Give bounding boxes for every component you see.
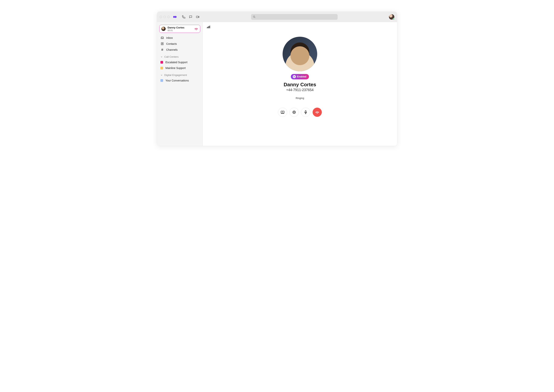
- svg-point-7: [293, 112, 295, 113]
- record-icon: [292, 110, 296, 114]
- sidebar: Danny Cortes 06:01 Inbox Contacts: [157, 22, 203, 146]
- close-window-dot[interactable]: [160, 16, 162, 18]
- digital-engagement-your-conversations[interactable]: Your Conversations: [157, 78, 202, 83]
- section-title: Digital Engagement: [164, 74, 187, 77]
- active-call-duration: 06:01: [167, 29, 192, 32]
- sidebar-item-label: Contacts: [166, 42, 177, 45]
- chevron-down-icon: [160, 74, 163, 76]
- color-swatch: [160, 61, 163, 64]
- hash-icon: [160, 48, 164, 51]
- color-swatch: [160, 79, 163, 82]
- svg-rect-1: [196, 16, 198, 18]
- presence-indicator: [393, 18, 395, 20]
- sidebar-item-contacts[interactable]: Contacts: [157, 41, 202, 47]
- main-panel: N Enabled Danny Cortes +44-7911-237654 R…: [203, 22, 397, 146]
- enabled-label: Enabled: [297, 75, 306, 78]
- section-title: Call Centers: [164, 55, 179, 58]
- svg-point-4: [162, 43, 163, 44]
- window-controls: [160, 16, 170, 18]
- call-center-escalated-support[interactable]: Escalated Support: [157, 59, 202, 65]
- caller-avatar: [283, 37, 317, 71]
- svg-point-0: [173, 16, 175, 18]
- chevron-down-icon: [160, 56, 163, 58]
- color-swatch: [160, 67, 163, 69]
- end-call-icon: [315, 110, 319, 114]
- microphone-icon: [303, 110, 308, 114]
- titlebar: [157, 12, 397, 22]
- list-item-label: Mainline Support: [165, 66, 186, 70]
- hangup-icon[interactable]: [194, 27, 198, 31]
- ai-badge-icon: N: [293, 75, 296, 78]
- contacts-icon: [160, 42, 164, 45]
- inbox-icon: [160, 36, 164, 39]
- caller-name: Danny Cortes: [284, 82, 316, 88]
- sidebar-item-label: Inbox: [166, 36, 173, 39]
- record-button[interactable]: [289, 108, 299, 117]
- list-item-label: Escalated Support: [165, 61, 187, 64]
- svg-rect-8: [305, 111, 306, 113]
- search-icon: [253, 15, 255, 18]
- caller-mini-avatar: [161, 27, 166, 31]
- call-controls: [278, 108, 322, 117]
- minimize-window-dot[interactable]: [164, 16, 166, 18]
- mute-button[interactable]: [301, 108, 310, 117]
- signal-strength-icon: [206, 26, 210, 28]
- brand-logo: [173, 15, 177, 18]
- caller-phone: +44-7911-237654: [286, 88, 314, 92]
- chat-icon[interactable]: [189, 15, 192, 19]
- maximize-window-dot[interactable]: [167, 16, 170, 18]
- end-call-button[interactable]: [313, 108, 322, 117]
- active-call-name: Danny Cortes: [167, 26, 192, 29]
- svg-point-6: [293, 111, 296, 114]
- search-input[interactable]: [257, 15, 336, 18]
- titlebar-actions: [182, 15, 200, 19]
- ai-enabled-badge: N Enabled: [291, 74, 309, 79]
- call-center-mainline-support[interactable]: Mainline Support: [157, 65, 202, 71]
- app-window: Danny Cortes 06:01 Inbox Contacts: [157, 12, 397, 146]
- section-digital-engagement[interactable]: Digital Engagement: [157, 71, 202, 78]
- incoming-call-panel: N Enabled Danny Cortes +44-7911-237654 R…: [278, 37, 322, 117]
- sidebar-item-inbox[interactable]: Inbox: [157, 35, 202, 41]
- profile-avatar[interactable]: [389, 14, 394, 20]
- screen-share-button[interactable]: [278, 108, 287, 117]
- sidebar-item-channels[interactable]: Channels: [157, 47, 202, 53]
- active-call-card[interactable]: Danny Cortes 06:01: [159, 25, 200, 33]
- sidebar-item-label: Channels: [166, 48, 178, 51]
- list-item-label: Your Conversations: [165, 79, 189, 82]
- call-status: Ringing: [296, 97, 304, 99]
- phone-icon[interactable]: [182, 15, 186, 19]
- logo-icon: [173, 15, 177, 18]
- video-icon[interactable]: [196, 15, 200, 19]
- section-call-centers[interactable]: Call Centers: [157, 53, 202, 59]
- screen-share-icon: [281, 110, 285, 114]
- search-box[interactable]: [251, 14, 338, 20]
- svg-point-2: [253, 16, 255, 17]
